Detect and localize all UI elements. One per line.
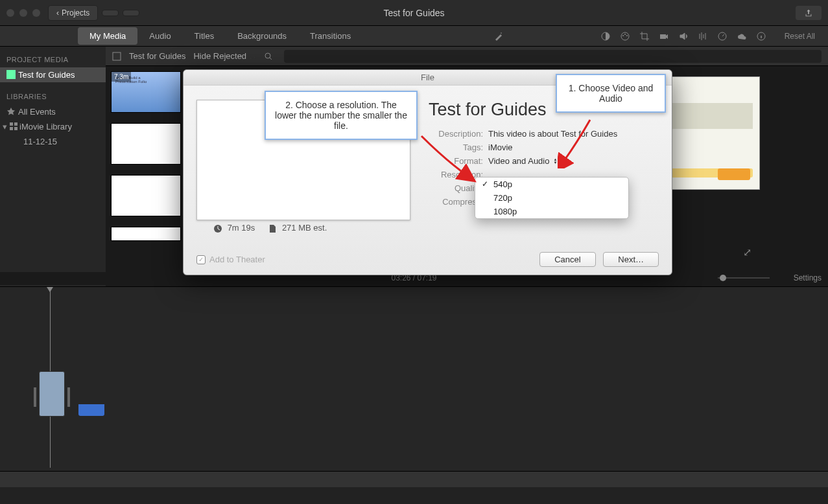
clip-handle-left[interactable] [34, 387, 36, 407]
svg-point-4 [622, 35, 624, 36]
adjustment-toolbar: Reset All [600, 31, 815, 41]
search-icon[interactable] [265, 52, 272, 60]
expand-icon[interactable]: ⤢ [743, 246, 751, 258]
hide-rejected-label: Hide Rejected [193, 51, 246, 61]
file-icon [268, 224, 277, 233]
svg-rect-12 [14, 122, 18, 126]
clip-thumbnail[interactable] [111, 123, 181, 165]
svg-point-19 [720, 275, 726, 281]
format-value: Video and Audio [488, 156, 549, 166]
layout-button-1[interactable] [102, 10, 119, 16]
magic-wand-icon[interactable] [493, 31, 504, 41]
window-title-bar: ‹ Projects Test for Guides [0, 0, 828, 26]
timeline-bottom-bar [0, 471, 828, 487]
sidebar-imovie-lib-label: iMovie Library [19, 122, 72, 132]
svg-point-3 [621, 32, 629, 40]
info-icon[interactable] [756, 31, 766, 41]
camera-icon[interactable] [659, 31, 669, 41]
timeline[interactable]: ♫ [0, 286, 828, 487]
sidebar-item-project[interactable]: Test for Guides [0, 67, 106, 82]
sidebar: PROJECT MEDIA Test for Guides LIBRARIES … [0, 47, 106, 286]
reset-all-button[interactable]: Reset All [785, 32, 815, 41]
cloud-icon[interactable] [737, 31, 747, 41]
palette-icon[interactable] [620, 31, 630, 41]
resolution-dropdown[interactable]: ✓ 540p 720p 1080p [475, 177, 629, 219]
clip-duration-badge: 7.3m [112, 72, 131, 82]
export-duration: 7m 19s [228, 223, 255, 233]
clip-thumbnail[interactable] [111, 227, 181, 241]
sidebar-item-all-events[interactable]: All Events [0, 104, 106, 119]
callout-step-1: 1. Choose Video and Audio [556, 74, 666, 113]
clock-icon [213, 224, 222, 233]
back-to-projects-button[interactable]: ‹ Projects [48, 5, 98, 21]
sidebar-project-label: Test for Guides [18, 70, 75, 80]
preview-amber-button [718, 168, 750, 180]
clip-handle-right[interactable] [67, 387, 70, 407]
close-window-icon[interactable] [6, 9, 14, 17]
search-input[interactable] [284, 50, 822, 63]
resolution-540p-label: 540p [493, 179, 512, 189]
svg-rect-7 [660, 34, 666, 39]
volume-icon[interactable] [678, 31, 689, 41]
back-label: Projects [62, 8, 89, 17]
svg-rect-14 [14, 127, 18, 130]
clip-audio-track [78, 404, 104, 416]
tab-audio[interactable]: Audio [137, 27, 182, 45]
minimize-window-icon[interactable] [19, 9, 27, 17]
checkmark-icon: ✓ [482, 179, 488, 189]
contrast-icon[interactable] [600, 31, 611, 41]
window-title: Test for Guides [383, 8, 444, 18]
svg-point-5 [624, 34, 626, 35]
zoom-window-icon[interactable] [32, 9, 40, 17]
hide-rejected-select[interactable]: Hide Rejected ▲▼ [193, 51, 256, 61]
grid-icon [9, 122, 18, 131]
add-to-theater-checkbox[interactable]: ✓ [196, 255, 206, 264]
sidebar-all-events-label: All Events [18, 107, 56, 117]
import-button[interactable] [123, 10, 139, 16]
list-view-icon[interactable] [112, 52, 121, 61]
zoom-slider[interactable] [718, 274, 770, 284]
updown-icon: ▲▼ [249, 56, 257, 60]
callout-step-2: 2. Choose a resolution. The lower the nu… [265, 91, 418, 140]
updown-icon: ▲▼ [553, 158, 557, 165]
speed-icon[interactable] [717, 31, 727, 41]
resolution-option-540p[interactable]: ✓ 540p [475, 178, 628, 191]
format-select[interactable]: Video and Audio ▲▼ [488, 156, 557, 166]
description-field[interactable]: This video is about Test for Guides [488, 129, 617, 139]
svg-point-16 [265, 53, 270, 58]
tab-backgrounds[interactable]: Backgrounds [226, 27, 298, 45]
sidebar-heading-project-media: PROJECT MEDIA [0, 52, 106, 67]
equalizer-icon[interactable] [698, 31, 708, 41]
resolution-option-720p[interactable]: 720p [475, 191, 628, 205]
settings-button[interactable]: Settings [794, 273, 822, 282]
tab-titles[interactable]: Titles [183, 27, 226, 45]
clip-thumbnail[interactable] [111, 175, 181, 216]
arrow-annotation-2 [415, 130, 480, 188]
clapboard-icon [6, 70, 16, 79]
sidebar-heading-libraries: LIBRARIES [0, 89, 106, 104]
resolution-option-1080p[interactable]: 1080p [475, 205, 628, 218]
star-icon [6, 107, 16, 116]
share-button[interactable] [796, 6, 822, 20]
svg-rect-15 [113, 52, 121, 60]
tab-transitions[interactable]: Transitions [298, 27, 362, 45]
tab-my-media[interactable]: My Media [78, 27, 137, 45]
next-button[interactable]: Next… [603, 252, 659, 267]
chevron-left-icon: ‹ [56, 8, 59, 17]
svg-rect-13 [10, 127, 13, 130]
sidebar-item-imovie-lib[interactable]: ▾ iMovie Library [0, 119, 106, 134]
clip-thumbnail[interactable]: 7.3m How to Build a Presentation Folio [111, 71, 181, 113]
svg-rect-10 [6, 70, 16, 79]
svg-point-6 [626, 35, 628, 36]
traffic-lights[interactable] [6, 9, 40, 17]
timeline-clip[interactable] [39, 371, 65, 417]
export-info-row: 7m 19s 271 MB est. [196, 220, 410, 236]
disclosure-triangle-icon[interactable]: ▾ [3, 122, 7, 132]
crop-icon[interactable] [639, 31, 650, 41]
browser-top-bar: Test for Guides Hide Rejected ▲▼ [106, 47, 828, 66]
sidebar-item-date-event[interactable]: 11-12-15 [0, 134, 106, 149]
tags-field[interactable]: iMovie [488, 143, 513, 152]
cancel-button[interactable]: Cancel [539, 252, 595, 267]
add-to-theater-label: Add to Theater [209, 255, 265, 264]
browser-title: Test for Guides [129, 51, 185, 61]
